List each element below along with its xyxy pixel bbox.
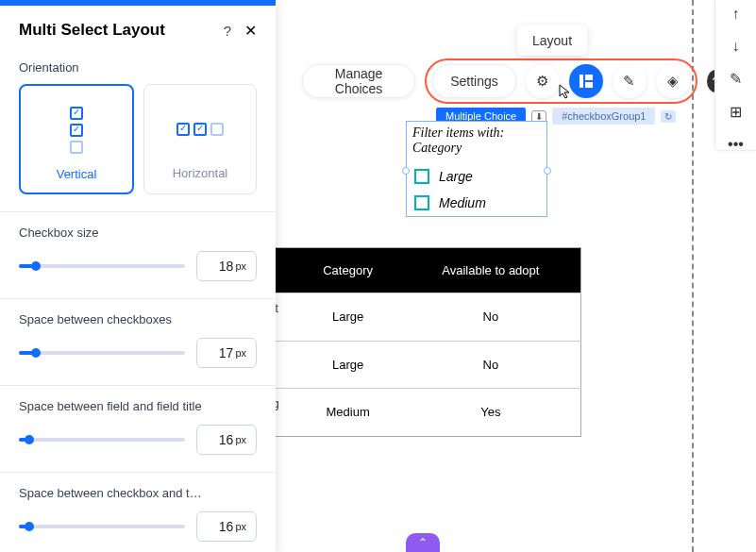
slider-space-checkboxes: Space between checkboxes 17px bbox=[0, 299, 276, 385]
option-label: Medium bbox=[439, 195, 486, 210]
checkbox-option[interactable]: Medium bbox=[407, 190, 546, 216]
slider-track[interactable] bbox=[19, 525, 185, 528]
option-label: Large bbox=[439, 169, 473, 184]
panel-title: Multi Select Layout bbox=[19, 21, 224, 40]
slider-track[interactable] bbox=[19, 264, 185, 268]
close-icon[interactable]: ✕ bbox=[244, 22, 257, 40]
horizontal-preview-icon bbox=[176, 102, 224, 157]
svg-rect-2 bbox=[585, 82, 593, 88]
layout-tooltip: Layout bbox=[517, 25, 587, 56]
layout-panel: Multi Select Layout ? ✕ Orientation Vert… bbox=[0, 0, 276, 552]
slider-label: Checkbox size bbox=[19, 226, 257, 240]
svg-rect-1 bbox=[585, 75, 593, 80]
cursor-icon bbox=[558, 83, 575, 100]
slider-value-input[interactable]: 16px bbox=[196, 425, 257, 455]
panel-header: Multi Select Layout ? ✕ bbox=[0, 6, 276, 57]
checkbox-option[interactable]: Large bbox=[407, 163, 546, 190]
component-id-tag: #checkboxGroup1 bbox=[552, 108, 655, 125]
cell-available: Yes bbox=[401, 389, 581, 437]
slider-space-field-title: Space between field and field title 16px bbox=[0, 386, 276, 472]
help-icon[interactable]: ? bbox=[224, 23, 231, 39]
gear-icon[interactable]: ⚙ bbox=[526, 64, 560, 98]
checkbox-group-widget[interactable]: Filter items with: Category Large Medium bbox=[406, 121, 547, 217]
resize-handle-left[interactable] bbox=[402, 167, 410, 175]
cell-category: Medium bbox=[295, 389, 401, 437]
checkbox-icon[interactable] bbox=[414, 169, 429, 184]
vertical-label: Vertical bbox=[57, 167, 97, 181]
slider-track[interactable] bbox=[19, 351, 185, 355]
design-brush-icon[interactable]: ✎ bbox=[613, 64, 647, 98]
grid-icon[interactable]: ⊞ bbox=[730, 103, 742, 121]
slider-checkbox-size: Checkbox size 18px bbox=[0, 212, 276, 298]
bottom-expand-icon[interactable]: ⌃ bbox=[406, 533, 440, 552]
col-category: Category bbox=[295, 248, 401, 293]
slider-value-input[interactable]: 18px bbox=[196, 251, 257, 281]
checkbox-icon[interactable] bbox=[414, 195, 429, 210]
svg-rect-0 bbox=[580, 75, 583, 88]
right-rail: ↑ ↓ ✎ ⊞ ••• bbox=[714, 0, 756, 151]
slider-space-checkbox-text: Space between checkbox and t… 16px bbox=[0, 473, 276, 552]
settings-button[interactable]: Settings bbox=[432, 64, 516, 98]
floating-toolbar: Manage Choices Settings ⚙ ✎ ◈ ? bbox=[302, 59, 756, 104]
orientation-label: Orientation bbox=[0, 57, 276, 84]
horizontal-label: Horizontal bbox=[173, 166, 228, 180]
cell-category: Large bbox=[295, 293, 401, 342]
slider-track[interactable] bbox=[19, 438, 185, 442]
more-icon[interactable]: ••• bbox=[728, 136, 744, 153]
slider-label: Space between checkbox and t… bbox=[19, 486, 257, 500]
resize-handle-right[interactable] bbox=[544, 167, 551, 175]
manage-choices-button[interactable]: Manage Choices bbox=[302, 64, 415, 98]
slider-value-input[interactable]: 16px bbox=[196, 511, 257, 542]
slider-label: Space between field and field title bbox=[19, 399, 257, 413]
cell-category: Large bbox=[295, 341, 401, 389]
sync-arrow-icon[interactable]: ↻ bbox=[661, 110, 676, 123]
arrow-up-icon[interactable]: ↑ bbox=[732, 6, 740, 23]
col-available: Available to adopt bbox=[401, 248, 581, 293]
cell-available: No bbox=[401, 293, 581, 342]
orientation-options: Vertical Horizontal bbox=[0, 84, 276, 211]
animation-icon[interactable]: ◈ bbox=[656, 64, 690, 98]
pencil-icon[interactable]: ✎ bbox=[730, 70, 742, 88]
slider-value-input[interactable]: 17px bbox=[196, 338, 257, 368]
arrow-down-icon[interactable]: ↓ bbox=[732, 38, 740, 55]
orientation-horizontal[interactable]: Horizontal bbox=[143, 84, 257, 194]
vertical-preview-icon bbox=[70, 103, 83, 158]
cell-available: No bbox=[401, 341, 581, 389]
widget-title: Filter items with: Category bbox=[407, 122, 546, 163]
slider-label: Space between checkboxes bbox=[19, 312, 257, 326]
orientation-vertical[interactable]: Vertical bbox=[19, 84, 134, 194]
